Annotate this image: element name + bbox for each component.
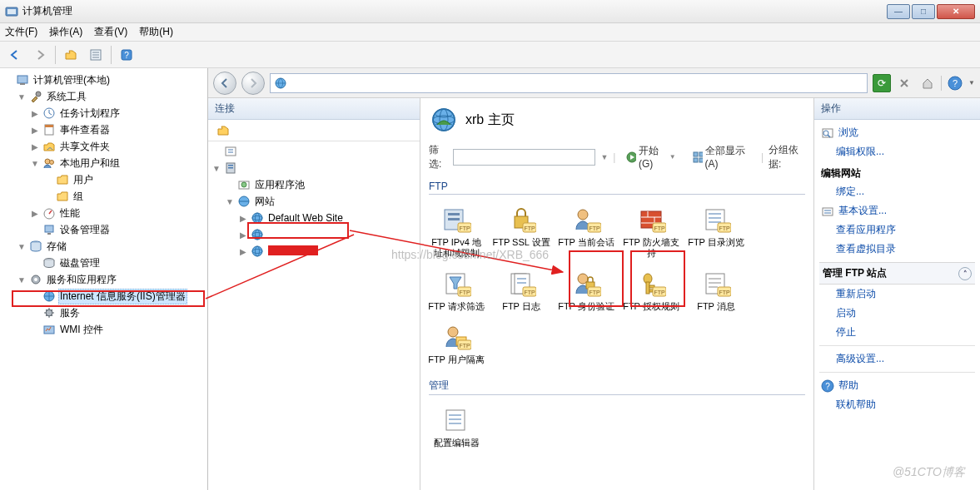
tree-label: 网站 <box>253 194 276 210</box>
tree-item[interactable]: ▶Default Web Site <box>208 210 420 226</box>
tree-item[interactable]: 应用程序池 <box>208 176 420 193</box>
feature-ftp-ssl[interactable]: FTPFTP SSL 设置 <box>490 203 552 260</box>
feature-ftp-firewall[interactable]: FTPFTP 防火墙支持 <box>620 203 682 260</box>
feature-label: FTP 授权规则 <box>622 301 680 312</box>
feature-ftp-isolation[interactable]: FTPFTP 用户隔离 <box>425 320 487 367</box>
tree-item[interactable]: ▼ <box>208 160 420 176</box>
feature-ftp-log[interactable]: FTPFTP 日志 <box>490 267 552 314</box>
action-browse[interactable]: 浏览 <box>819 123 975 142</box>
collapse-icon[interactable]: ˄ <box>958 267 972 280</box>
expand-toggle[interactable]: ▶ <box>30 142 40 151</box>
expand-toggle[interactable]: ▼ <box>211 164 221 173</box>
feature-ftp-sessions[interactable]: FTPFTP 当前会话 <box>555 203 617 260</box>
tree-item[interactable]: ▶ <box>208 243 420 260</box>
action-view-vdirs[interactable]: 查看虚拟目录 <box>819 240 975 259</box>
action-start[interactable]: 启动 <box>819 304 975 323</box>
expand-toggle[interactable]: ▶ <box>238 214 248 223</box>
show-all-button[interactable]: 全部显示(A) <box>687 141 756 172</box>
iis-icon <box>42 290 56 303</box>
action-stop[interactable]: 停止 <box>819 323 975 342</box>
tree-item[interactable]: ▶ <box>208 226 420 243</box>
action-advanced[interactable]: 高级设置... <box>819 349 975 369</box>
folder-icon <box>56 190 69 203</box>
expand-toggle[interactable]: ▼ <box>17 275 27 285</box>
expand-toggle[interactable]: ▼ <box>30 159 40 168</box>
expand-toggle[interactable]: ▼ <box>17 242 27 251</box>
showall-label: 全部显示(A) <box>705 144 750 170</box>
go-label: 开始(G) <box>639 144 667 170</box>
home-button[interactable] <box>918 73 938 93</box>
expand-toggle[interactable]: ▶ <box>30 209 40 218</box>
feature-ftp-messages[interactable]: FTPFTP 消息 <box>685 267 747 314</box>
tree-item[interactable]: ▶任务计划程序 <box>0 105 207 121</box>
action-basic-settings[interactable]: 基本设置... <box>819 201 975 220</box>
refresh-button[interactable]: ⟳ <box>873 74 891 92</box>
filter-input[interactable] <box>453 149 595 166</box>
tree-item[interactable]: ▼系统工具 <box>0 88 207 105</box>
tree-item[interactable]: 磁盘管理 <box>0 255 207 271</box>
feature-ftp-auth[interactable]: FTPFTP 身份验证 <box>555 267 617 314</box>
dropdown-icon[interactable]: ▼ <box>600 153 608 161</box>
tree-label: 计算机管理(本地) <box>32 72 112 88</box>
tree-item[interactable]: ▼存储 <box>0 238 207 255</box>
minimize-button[interactable]: — <box>887 4 910 19</box>
tree-label: 设备管理器 <box>58 222 112 238</box>
tree-item[interactable]: 计算机管理(本地) <box>0 72 207 88</box>
menu-action[interactable]: 操作(A) <box>49 25 82 39</box>
feature-ftp-ipv4[interactable]: FTPFTP IPv4 地址和域限制 <box>425 203 487 260</box>
svg-rect-51 <box>699 152 703 156</box>
iis-help-button[interactable]: ? <box>945 73 965 93</box>
maximize-button[interactable]: □ <box>912 4 935 19</box>
tree-item[interactable]: Internet 信息服务(IIS)管理器 <box>0 288 207 304</box>
expand-toggle[interactable]: ▶ <box>30 126 40 135</box>
action-bindings[interactable]: 绑定... <box>819 182 975 201</box>
tree-item[interactable]: ▼网站 <box>208 193 420 210</box>
help-button[interactable]: ? <box>117 45 137 65</box>
tree-item[interactable]: 服务 <box>0 304 207 321</box>
expand-toggle[interactable]: ▶ <box>238 247 248 256</box>
stop-nav-button[interactable] <box>894 73 914 93</box>
expand-toggle[interactable]: ▼ <box>17 92 27 101</box>
close-button[interactable]: ✕ <box>937 4 975 19</box>
ftp-firewall-icon: FTP <box>636 205 666 235</box>
action-view-apps[interactable]: 查看应用程序 <box>819 220 975 240</box>
iis-forward-button[interactable] <box>241 72 265 95</box>
expand-toggle[interactable]: ▼ <box>225 197 235 206</box>
feature-ftp-browse[interactable]: FTPFTP 目录浏览 <box>685 203 747 260</box>
feature-config-editor[interactable]: 配置编辑器 <box>425 403 487 450</box>
back-button[interactable] <box>5 45 25 65</box>
connections-tree[interactable]: ▼应用程序池▼网站▶Default Web Site▶▶ <box>208 141 420 490</box>
up-button[interactable] <box>61 45 81 65</box>
forward-button[interactable] <box>30 45 50 65</box>
mmc-tree[interactable]: 计算机管理(本地)▼系统工具▶任务计划程序▶事件查看器▶共享文件夹▼本地用户和组… <box>0 68 208 490</box>
tree-item[interactable] <box>208 143 420 160</box>
tree-item[interactable]: 组 <box>0 188 207 205</box>
tree-item[interactable]: 用户 <box>0 171 207 188</box>
tree-item[interactable]: ▼本地用户和组 <box>0 155 207 171</box>
tree-item[interactable]: ▶事件查看器 <box>0 121 207 138</box>
menu-help[interactable]: 帮助(H) <box>139 25 173 39</box>
action-online-help[interactable]: 联机帮助 <box>819 395 975 414</box>
tree-item[interactable]: ▶共享文件夹 <box>0 138 207 155</box>
action-edit-permissions[interactable]: 编辑权限... <box>819 142 975 161</box>
properties-button[interactable] <box>86 45 106 65</box>
tree-item[interactable]: ▼服务和应用程序 <box>0 271 207 288</box>
tree-item[interactable]: 设备管理器 <box>0 221 207 238</box>
go-button[interactable]: 开始(G) ▼ <box>620 141 681 172</box>
menu-view[interactable]: 查看(V) <box>94 25 127 39</box>
iis-back-button[interactable] <box>213 72 236 95</box>
tree-item[interactable]: WMI 控件 <box>0 321 207 338</box>
action-help[interactable]: ?帮助 <box>819 376 975 395</box>
expand-toggle[interactable]: ▶ <box>30 109 40 118</box>
tree-item[interactable]: ▶性能 <box>0 205 207 221</box>
ftp-messages-icon: FTP <box>701 269 731 299</box>
connect-button[interactable] <box>213 121 233 141</box>
feature-ftp-authz[interactable]: FTPFTP 授权规则 <box>620 267 682 314</box>
expand-toggle[interactable]: ▶ <box>238 230 248 240</box>
iis-address-bar[interactable] <box>270 73 868 93</box>
feature-ftp-reqfilter[interactable]: FTPFTP 请求筛选 <box>425 267 487 314</box>
menu-file[interactable]: 文件(F) <box>5 25 37 39</box>
dropdown-icon[interactable]: ▼ <box>968 79 975 87</box>
svg-rect-52 <box>694 158 698 162</box>
action-restart[interactable]: 重新启动 <box>819 285 975 304</box>
